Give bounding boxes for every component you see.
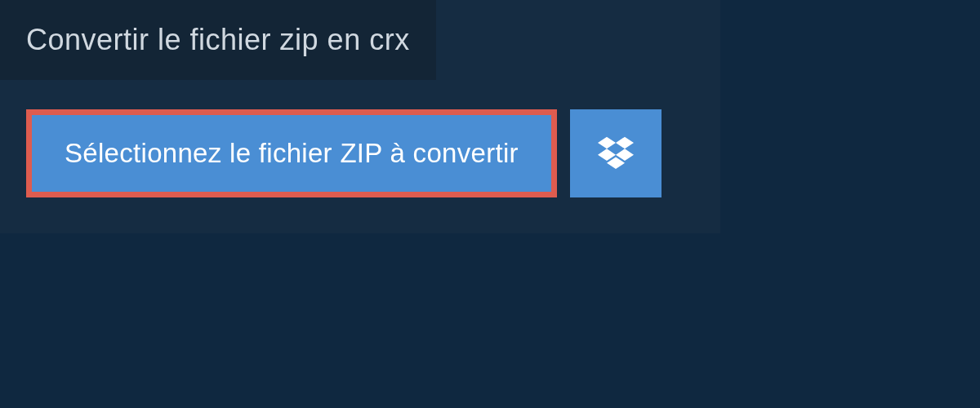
- converter-panel: Convertir le fichier zip en crx Sélectio…: [0, 0, 720, 233]
- dropbox-icon: [598, 134, 634, 173]
- select-file-button[interactable]: Sélectionnez le fichier ZIP à convertir: [26, 109, 557, 197]
- dropbox-button[interactable]: [570, 109, 662, 197]
- page-title-text: Convertir le fichier zip en crx: [26, 23, 410, 56]
- button-area: Sélectionnez le fichier ZIP à convertir: [0, 80, 720, 233]
- page-title: Convertir le fichier zip en crx: [0, 0, 436, 80]
- select-file-label: Sélectionnez le fichier ZIP à convertir: [65, 138, 519, 169]
